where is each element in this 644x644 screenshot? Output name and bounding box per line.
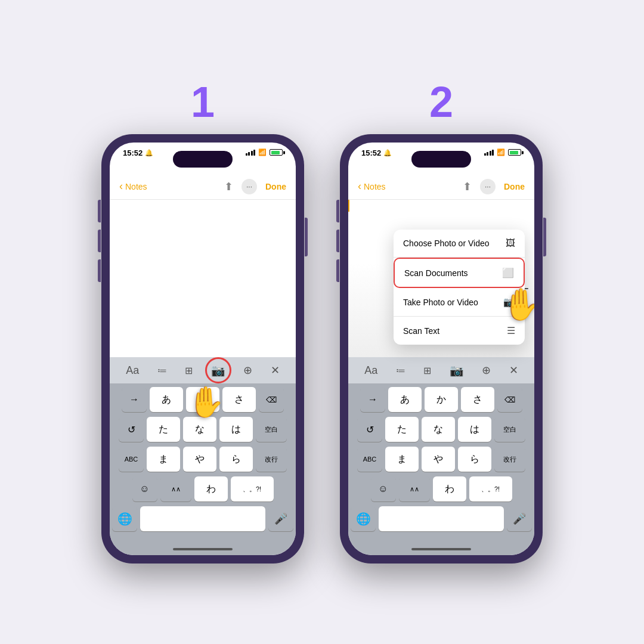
key-emoji-2[interactable]: ☺ [371,476,396,501]
key-hat-1[interactable]: ∧∧ [160,476,191,501]
key-ra-2[interactable]: ら [458,447,491,472]
popup-item-scantext-label: Scan Text [403,326,439,336]
key-mic-1[interactable]: 🎤 [268,506,293,531]
key-undo-1[interactable]: ↺ [119,417,144,442]
key-na-1[interactable]: な [183,417,216,442]
key-punct-1[interactable]: 、。?! [231,476,274,501]
toolbar-list-1[interactable]: ≔ [157,365,167,376]
key-space-jp-1[interactable]: 空白 [256,417,287,442]
nav-actions-1: ⬆ ··· Done [224,179,286,194]
status-time-1: 15:52 🔔 [123,148,153,157]
phone-2-screen: 15:52 🔔 📶 [348,143,534,555]
popup-item-take-label: Take Photo or Video [403,298,478,307]
text-cursor-2 [348,200,349,212]
note-area-2[interactable]: Choose Photo or Video 🖼 Scan Documents ⬜… [348,200,534,357]
popup-item-take[interactable]: Take Photo or Video 📷 [394,288,525,317]
toolbar-aa-2[interactable]: Aa [364,364,377,377]
key-ha-1[interactable]: は [219,417,253,442]
more-button-2[interactable]: ··· [480,179,496,194]
done-button-2[interactable]: Done [504,182,525,191]
toolbar-list-2[interactable]: ≔ [396,365,405,376]
keyboard-row2-2: ↺ た な は 空白 [351,417,532,442]
signal-bars-2 [484,149,494,156]
popup-item-choose-icon: 🖼 [506,238,515,249]
toolbar-spell-1[interactable]: ⊕ [243,364,252,377]
toolbar-close-1[interactable]: ✕ [271,364,280,377]
keyboard-1[interactable]: → あ か さ ⌫ ↺ た な は 空白 ABC [110,383,296,543]
popup-item-scantext-icon: ☰ [507,325,515,336]
toolbar-spell-2[interactable]: ⊕ [482,364,491,377]
key-punct-2[interactable]: 、。?! [469,476,512,501]
toolbar-aa-1[interactable]: Aa [126,364,139,377]
more-button-1[interactable]: ··· [242,179,257,194]
key-wa-1[interactable]: わ [194,476,228,501]
toolbar-table-2[interactable]: ⊞ [423,365,431,376]
key-undo-2[interactable]: ↺ [357,417,382,442]
home-bar-1 [173,548,233,550]
key-abc-1[interactable]: ABC [119,447,144,472]
key-ra-1[interactable]: ら [219,447,253,472]
toolbar-camera-1[interactable]: 📷 [211,364,225,377]
popup-item-take-icon: 📷 [503,296,515,308]
key-delete-1[interactable]: ⌫ [259,387,284,412]
key-ya-1[interactable]: や [183,447,216,472]
share-icon-1[interactable]: ⬆ [224,180,233,193]
key-hat-2[interactable]: ∧∧ [399,476,430,501]
step-1: 1 15:52 🔔 [101,80,304,564]
key-ma-2[interactable]: ま [385,447,419,472]
key-return-1[interactable]: 改行 [256,447,287,472]
step-2-number: 2 [429,80,453,123]
toolbar-camera-2[interactable]: 📷 [450,364,464,377]
key-abc-2[interactable]: ABC [357,447,382,472]
done-button-1[interactable]: Done [265,182,286,191]
popup-item-scan-icon: ⬜ [502,267,514,278]
key-wa-2[interactable]: わ [433,476,466,501]
keyboard-bottom-1: 🌐 🎤 [112,506,293,543]
key-globe-1[interactable]: 🌐 [112,506,137,531]
wifi-icon-2: 📶 [497,148,505,156]
keyboard-2[interactable]: → あ か さ ⌫ ↺ た な は 空白 ABC [348,383,534,543]
nav-back-label-1: Notes [125,182,147,191]
key-na-2[interactable]: な [422,417,455,442]
popup-item-scantext[interactable]: Scan Text ☰ [394,317,525,345]
key-a-2[interactable]: あ [388,387,422,412]
key-ka-2[interactable]: か [425,387,458,412]
popup-item-scan[interactable]: Scan Documents ⬜ [394,258,525,288]
key-space-bar-1[interactable] [140,506,265,531]
status-icons-2: 📶 [484,148,522,156]
keyboard-bottom-2: 🌐 🎤 [351,506,532,543]
key-sa-1[interactable]: さ [222,387,256,412]
share-icon-2[interactable]: ⬆ [463,180,472,193]
popup-item-scan-label: Scan Documents [404,268,468,278]
status-icons-1: 📶 [246,148,283,156]
battery-2 [508,149,521,156]
home-indicator-1 [110,543,296,555]
note-area-1[interactable] [110,200,296,357]
key-return-2[interactable]: 改行 [494,447,525,472]
key-ta-1[interactable]: た [147,417,180,442]
key-mic-2[interactable]: 🎤 [507,506,532,531]
nav-back-1[interactable]: ‹ Notes [119,180,147,193]
back-arrow-1: ‹ [119,180,123,193]
key-arrow-2[interactable]: → [360,387,385,412]
toolbar-table-1[interactable]: ⊞ [185,365,193,376]
popup-menu-2: Choose Photo or Video 🖼 Scan Documents ⬜… [394,230,525,345]
key-ma-1[interactable]: ま [147,447,180,472]
wifi-icon-1: 📶 [258,148,267,156]
key-ta-2[interactable]: た [385,417,419,442]
key-globe-2[interactable]: 🌐 [351,506,376,531]
key-arrow-1[interactable]: → [122,387,147,412]
key-emoji-1[interactable]: ☺ [132,476,157,501]
key-space-jp-2[interactable]: 空白 [494,417,525,442]
popup-item-choose[interactable]: Choose Photo or Video 🖼 [394,230,525,258]
key-ka-1[interactable]: か [186,387,219,412]
nav-back-2[interactable]: ‹ Notes [358,180,386,193]
key-space-bar-2[interactable] [379,506,504,531]
toolbar-close-2[interactable]: ✕ [509,364,518,377]
key-ya-2[interactable]: や [422,447,455,472]
key-ha-2[interactable]: は [458,417,491,442]
key-a-1[interactable]: あ [150,387,183,412]
home-bar-2 [411,548,471,550]
key-delete-2[interactable]: ⌫ [497,387,522,412]
key-sa-2[interactable]: さ [461,387,494,412]
